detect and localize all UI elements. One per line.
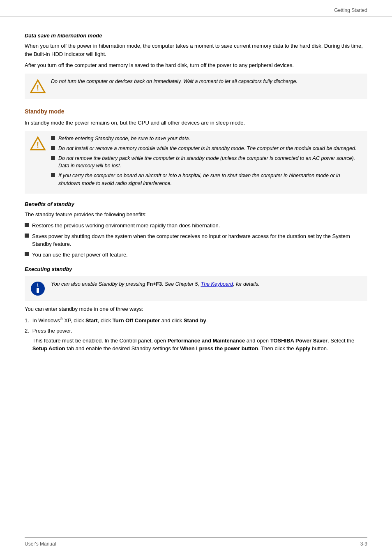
executing-note-text: You can also enable Standby by pressing … <box>51 280 260 288</box>
bullet-icon <box>25 234 29 238</box>
caution-item-1: Before entering Standby mode, be sure to… <box>51 135 362 143</box>
executing-title: Executing standby <box>25 266 367 272</box>
step-1: 1. In Windows® XP, click Start, click Tu… <box>25 317 367 325</box>
warning-triangle-icon: ! <box>30 79 46 95</box>
bullet-icon <box>51 156 55 160</box>
page-header: Getting Started <box>0 0 392 17</box>
caution-triangle-icon: ! <box>30 136 46 152</box>
benefit-item-1: Restores the previous working environmen… <box>25 222 367 230</box>
standby-mode-section: Standby mode In standby mode the power r… <box>25 108 367 194</box>
page-footer: User's Manual 3-9 <box>25 537 367 547</box>
step-2-line1: Press the power. <box>32 327 367 335</box>
executing-steps: 1. In Windows® XP, click Start, click Tu… <box>25 317 367 356</box>
footer-manual-label: User's Manual <box>25 541 56 547</box>
caution-item-3: Do not remove the battery pack while the… <box>51 155 362 170</box>
executing-note-box: i You can also enable Standby by pressin… <box>25 276 367 301</box>
svg-rect-6 <box>37 288 39 293</box>
standby-caution-content: Before entering Standby mode, be sure to… <box>51 135 362 190</box>
bullet-icon <box>51 146 55 150</box>
standby-caution-box: ! Before entering Standby mode, be sure … <box>25 131 367 194</box>
executing-section: Executing standby i You can also enable … <box>25 266 367 356</box>
data-save-para2: After you turn off the computer and memo… <box>25 61 367 69</box>
svg-text:i: i <box>37 282 39 288</box>
standby-mode-title: Standby mode <box>25 108 367 115</box>
svg-text:!: ! <box>37 141 39 149</box>
data-save-warning-box: ! Do not turn the computer or devices ba… <box>25 74 367 99</box>
benefits-list: Restores the previous working environmen… <box>25 222 367 259</box>
step-2-line2: This feature must be enabled. In the Con… <box>32 337 367 353</box>
data-save-title: Data save in hibernation mode <box>25 32 367 39</box>
step-2: 2. Press the power. This feature must be… <box>25 327 367 356</box>
footer-page-number: 3-9 <box>360 541 367 547</box>
svg-text:!: ! <box>37 84 39 92</box>
info-circle-icon: i <box>30 280 46 297</box>
bullet-icon <box>51 136 55 140</box>
benefit-item-3: You can use the panel power off feature. <box>25 251 367 259</box>
data-save-section: Data save in hibernation mode When you t… <box>25 32 367 99</box>
bullet-icon <box>51 173 55 177</box>
page: Getting Started Data save in hibernation… <box>0 0 392 555</box>
caution-item-4: If you carry the computer on board an ai… <box>51 172 362 187</box>
data-save-para1: When you turn off the power in hibernati… <box>25 42 367 58</box>
benefits-section: Benefits of standby The standby feature … <box>25 201 367 259</box>
benefits-title: Benefits of standby <box>25 201 367 207</box>
main-content: Data save in hibernation mode When you t… <box>0 17 392 368</box>
data-save-warning-text: Do not turn the computer or devices back… <box>51 78 297 86</box>
benefit-item-2: Saves power by shutting down the system … <box>25 232 367 248</box>
benefits-intro: The standby feature provides the followi… <box>25 210 367 219</box>
bullet-icon <box>25 252 29 256</box>
caution-item-2: Do not install or remove a memory module… <box>51 145 362 153</box>
standby-caution-list: Before entering Standby mode, be sure to… <box>51 135 362 187</box>
header-section-label: Getting Started <box>334 7 367 13</box>
executing-intro: You can enter standby mode in one of thr… <box>25 305 367 313</box>
standby-mode-para1: In standby mode the power remains on, bu… <box>25 119 367 127</box>
bullet-icon <box>25 223 29 227</box>
